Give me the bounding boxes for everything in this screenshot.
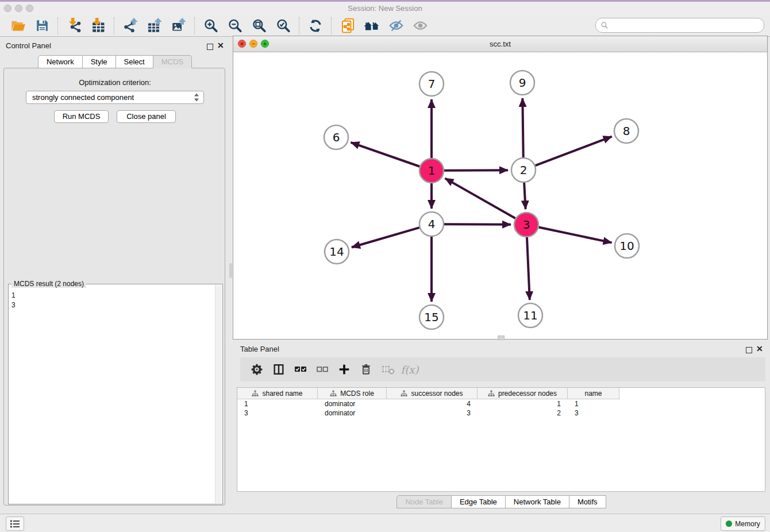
vertical-splitter-handle[interactable] (229, 263, 232, 278)
column-header-predecessor-nodes[interactable]: predecessor nodes (478, 388, 568, 399)
refresh-view-button[interactable] (306, 17, 325, 35)
graph-node-6[interactable]: 6 (324, 125, 348, 149)
table-row[interactable]: 1dominator411 (237, 399, 765, 408)
clone-network-button[interactable] (338, 17, 357, 35)
graph-node-2[interactable]: 2 (511, 158, 536, 182)
select-all-icon (294, 364, 307, 375)
svg-text:14: 14 (329, 245, 344, 259)
search-input[interactable] (611, 19, 764, 32)
hide-details-button[interactable] (386, 17, 406, 35)
refresh-view-icon (308, 18, 323, 33)
tab-network[interactable]: Network (38, 55, 83, 68)
table-panel-title: Table Panel (240, 345, 279, 353)
open-file-button[interactable] (8, 17, 28, 35)
zoom-window-button[interactable] (26, 5, 33, 12)
first-neighbors-button[interactable] (362, 17, 382, 35)
svg-text:4: 4 (428, 217, 436, 231)
import-table-button[interactable] (88, 17, 108, 35)
float-table-panel-icon[interactable] (746, 345, 752, 356)
graph-node-1[interactable]: 1 (419, 159, 444, 183)
import-network-icon (67, 18, 82, 33)
table-row[interactable]: 3dominator323 (237, 408, 765, 418)
graph-node-11[interactable]: 11 (518, 303, 542, 327)
export-network-button[interactable] (121, 17, 140, 35)
float-panel-icon[interactable] (207, 42, 213, 52)
run-mcds-button[interactable]: Run MCDS (54, 110, 109, 123)
close-view-button[interactable]: × (238, 40, 246, 48)
tab-select[interactable]: Select (116, 55, 153, 68)
tab-network-table[interactable]: Network Table (506, 495, 569, 508)
graph-node-9[interactable]: 9 (510, 71, 534, 95)
maximize-view-button[interactable]: + (261, 40, 269, 48)
export-table-button[interactable] (145, 17, 164, 35)
column-header-name[interactable]: name (568, 388, 619, 399)
column-header-shared-name[interactable]: shared name (237, 388, 318, 399)
graph-edge-2-8[interactable] (536, 137, 612, 166)
close-window-button[interactable] (4, 5, 11, 12)
tab-motifs[interactable]: Motifs (569, 495, 606, 508)
graph-node-7[interactable]: 7 (419, 72, 444, 96)
close-panel-icon[interactable]: ✕ (217, 43, 224, 48)
zoom-fit-button[interactable] (249, 17, 269, 35)
graph-edge-4-3[interactable] (444, 224, 511, 225)
table-panel-tabs: Node TableEdge TableNetwork TableMotifs (233, 495, 770, 508)
graph-edge-1-2[interactable] (444, 170, 508, 171)
graph-edge-4-14[interactable] (352, 228, 419, 247)
graph-edge-3-1[interactable] (445, 178, 515, 218)
close-table-panel-icon[interactable]: ✕ (756, 346, 763, 352)
column-tree-icon (488, 390, 495, 397)
tab-edge-table[interactable]: Edge Table (452, 495, 506, 508)
deselect-all-button[interactable] (313, 360, 332, 379)
minimize-view-button[interactable]: − (249, 40, 257, 48)
clone-network-icon (340, 18, 356, 33)
select-all-button[interactable] (291, 360, 310, 379)
graph-edge-3-11[interactable] (527, 237, 530, 300)
network-graph-canvas[interactable]: 7968124314101511 (233, 52, 767, 339)
search-icon (600, 21, 609, 29)
graph-node-14[interactable]: 14 (325, 240, 349, 264)
zoom-in-button[interactable] (201, 17, 221, 35)
result-line: 1 (11, 291, 16, 300)
svg-text:1: 1 (428, 164, 436, 178)
tab-mcds[interactable]: MCDS (153, 55, 192, 68)
tab-node-table[interactable]: Node Table (396, 495, 452, 508)
search-field[interactable] (595, 18, 764, 33)
tab-style[interactable]: Style (83, 55, 116, 68)
column-header-MCDS-role[interactable]: MCDS role (318, 388, 387, 399)
graph-edge-2-3[interactable] (524, 183, 525, 209)
add-column-button[interactable] (334, 360, 354, 379)
show-details-button[interactable] (410, 17, 430, 35)
minimize-window-button[interactable] (15, 5, 22, 12)
task-history-button[interactable] (6, 516, 24, 531)
toolbar-separator (114, 17, 115, 34)
show-details-icon (413, 18, 428, 33)
graph-edge-1-6[interactable] (351, 142, 419, 167)
graph-node-8[interactable]: 8 (614, 119, 638, 143)
view-resize-handle[interactable] (498, 336, 505, 340)
network-window-titlebar[interactable]: × − + scc.txt (233, 36, 767, 52)
show-columns-button[interactable] (269, 360, 288, 379)
import-network-button[interactable] (64, 17, 84, 35)
zoom-selected-button[interactable] (274, 17, 293, 35)
close-panel-button[interactable]: Close panel (117, 110, 176, 123)
delete-column-button[interactable] (356, 360, 376, 379)
table-header-row: shared nameMCDS rolesuccessor nodesprede… (237, 388, 765, 399)
table-settings-button[interactable] (247, 360, 267, 379)
zoom-out-button[interactable] (225, 17, 245, 35)
graph-node-4[interactable]: 4 (419, 212, 444, 236)
column-header-label: predecessor nodes (498, 390, 557, 398)
table-cell: 3 (568, 409, 619, 417)
open-file-icon (10, 18, 26, 33)
save-session-button[interactable] (32, 17, 52, 35)
control-panel-title: Control Panel (6, 41, 51, 50)
graph-node-10[interactable]: 10 (615, 234, 639, 258)
optimization-criterion-select[interactable]: strongly connected component (26, 91, 204, 104)
graph-edge-3-10[interactable] (539, 228, 612, 243)
graph-edge-2-9[interactable] (522, 98, 523, 157)
result-scrollbar[interactable] (215, 285, 222, 503)
export-image-button[interactable] (169, 17, 188, 35)
memory-button[interactable]: Memory (721, 516, 765, 531)
graph-node-15[interactable]: 15 (419, 305, 444, 329)
column-header-successor-nodes[interactable]: successor nodes (387, 388, 478, 399)
graph-node-3[interactable]: 3 (514, 213, 538, 237)
